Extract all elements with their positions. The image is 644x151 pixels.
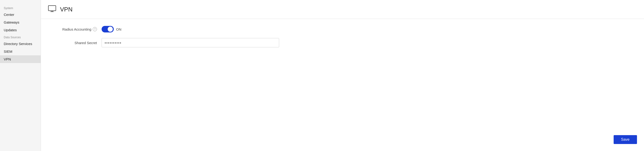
radius-accounting-toggle-container: ON [102,26,122,32]
sidebar-item-siem[interactable]: SIEM [0,48,41,55]
toggle-slider [102,26,114,32]
shared-secret-input[interactable] [102,38,279,47]
shared-secret-label: Shared Secret [50,41,102,45]
sidebar: System Center Gateways Updates Data Sour… [0,0,41,151]
main-content: VPN Radius Accounting ? ON Shared Secret… [41,0,644,151]
sidebar-item-updates[interactable]: Updates [0,26,41,34]
content-area: Radius Accounting ? ON Shared Secret Sav… [41,19,644,151]
system-section-label: System [0,5,41,11]
radius-accounting-label: Radius Accounting ? [50,27,102,31]
sidebar-item-vpn[interactable]: VPN [0,55,41,63]
page-title: VPN [60,6,72,13]
sidebar-item-center[interactable]: Center [0,11,41,18]
toggle-on-label: ON [116,27,122,31]
radius-accounting-row: Radius Accounting ? ON [50,26,635,32]
svg-rect-0 [48,5,56,11]
shared-secret-row: Shared Secret [50,38,635,47]
radius-accounting-toggle[interactable] [102,26,114,32]
monitor-icon [48,5,56,14]
save-button[interactable]: Save [614,135,637,144]
page-header: VPN [41,0,644,19]
sidebar-item-gateways[interactable]: Gateways [0,18,41,26]
radius-accounting-help-icon[interactable]: ? [93,27,97,31]
data-sources-section-label: Data Sources [0,34,41,40]
sidebar-item-directory-services[interactable]: Directory Services [0,40,41,48]
